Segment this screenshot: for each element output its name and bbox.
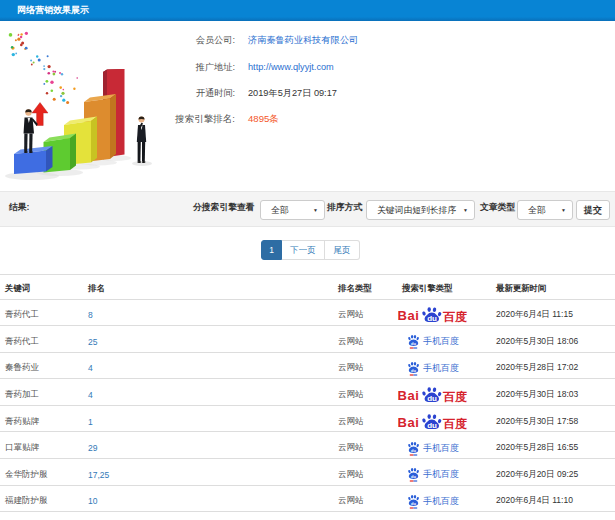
- svg-text:du: du: [411, 501, 416, 506]
- svg-text:du: du: [427, 394, 437, 403]
- svg-text:百度: 百度: [442, 416, 467, 430]
- svg-text:du: du: [427, 420, 437, 429]
- svg-text:Bai: Bai: [398, 415, 420, 430]
- svg-text:Bai: Bai: [398, 308, 420, 323]
- svg-text:du: du: [427, 314, 437, 323]
- svg-text:du: du: [411, 368, 416, 373]
- svg-text:du: du: [411, 342, 416, 347]
- svg-text:百度: 百度: [442, 390, 467, 404]
- svg-text:百度: 百度: [442, 310, 467, 324]
- svg-text:du: du: [411, 448, 416, 453]
- svg-text:Bai: Bai: [398, 388, 420, 403]
- svg-text:du: du: [411, 475, 416, 480]
